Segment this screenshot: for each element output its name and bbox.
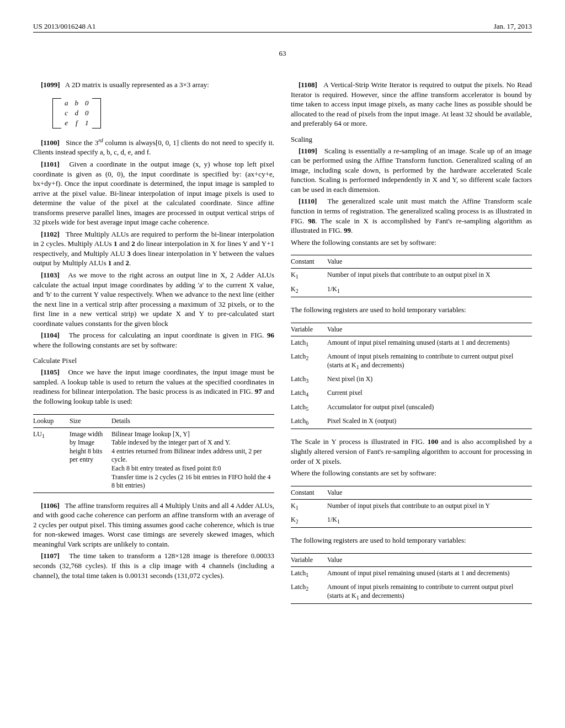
table-row: Latch2Amount of input pixels remaining t… — [291, 350, 532, 373]
scaling-heading: Scaling — [291, 135, 532, 144]
scale-y-text: The Scale in Y process is illustrated in… — [291, 437, 532, 466]
publication-number: US 2013/0016248 A1 — [33, 22, 95, 31]
paragraph-1104: [1104] The process for calculating an in… — [33, 330, 274, 350]
paragraph-1107: [1107] The time taken to transform a 128… — [33, 551, 274, 580]
calc-pixel-heading: Calculate Pixel — [33, 356, 274, 365]
paragraph-1099: [1099] A 2D matrix is usually represente… — [33, 80, 274, 90]
paragraph-1100: [1100] Since the 3rd column is always[0,… — [33, 137, 274, 157]
variables-table-x: Variable Value Latch1Amount of input pix… — [291, 323, 532, 430]
table-row: Latch1Amount of input pixel remaining un… — [291, 566, 532, 581]
paragraph-1101: [1101] Given a coordinate in the output … — [33, 159, 274, 227]
paragraph-1108: [1108] A Vertical-Strip Write Iterator i… — [291, 80, 532, 129]
table-row: LU1 Image width by Image height 8 bits p… — [33, 427, 274, 493]
table-row: Latch1Amount of input pixel remaining un… — [291, 336, 532, 350]
constants-intro-x: Where the following constants are set by… — [291, 238, 532, 248]
publication-date: Jan. 17, 2013 — [494, 22, 532, 31]
paragraph-1109: [1109] Scaling is essentially a re-sampl… — [291, 146, 532, 195]
table-row: K1Number of input pixels that contribute… — [291, 499, 532, 513]
table-row: Latch6Pixel Scaled in X (output) — [291, 415, 532, 429]
page-number: 63 — [33, 49, 532, 58]
paragraph-1103: [1103] As we move to the right across an… — [33, 270, 274, 328]
page-header: US 2013/0016248 A1 Jan. 17, 2013 — [33, 22, 532, 33]
table-row: Latch3Next pixel (in X) — [291, 373, 532, 387]
table-row: Latch2Amount of input pixels remaining t… — [291, 581, 532, 603]
registers-intro-x: The following registers are used to hold… — [291, 305, 532, 315]
constants-table-y: Constant Value K1Number of input pixels … — [291, 486, 532, 528]
table-row: K21/K1 — [291, 513, 532, 528]
table-row: Latch4Current pixel — [291, 387, 532, 400]
table-row: Latch5Accumulator for output pixel (unsc… — [291, 401, 532, 415]
registers-intro-y: The following registers are used to hold… — [291, 536, 532, 545]
paragraph-1106: [1106] The affine transform requires all… — [33, 501, 274, 549]
table-row: K1Number of input pixels that contribute… — [291, 269, 532, 283]
paragraph-1105: [1105] Once we have the input image coor… — [33, 367, 274, 406]
lookup-table: Lookup Size Details LU1 Image width by I… — [33, 414, 274, 493]
left-column: [1099] A 2D matrix is usually represente… — [33, 80, 274, 612]
paragraph-1110: [1110] The generalized scale unit must m… — [291, 196, 532, 235]
variables-table-y: Variable Value Latch1Amount of input pix… — [291, 553, 532, 604]
paragraph-1102: [1102] Three Multiply ALUs are required … — [33, 229, 274, 268]
constants-intro-y: Where the following constants are set by… — [291, 468, 532, 478]
constants-table-x: Constant Value K1Number of input pixels … — [291, 255, 532, 297]
table-row: K21/K1 — [291, 283, 532, 297]
right-column: [1108] A Vertical-Strip Write Iterator i… — [291, 80, 532, 612]
affine-matrix: ab0 cd0 ef1 — [52, 98, 274, 129]
two-column-body: [1099] A 2D matrix is usually represente… — [33, 80, 532, 612]
